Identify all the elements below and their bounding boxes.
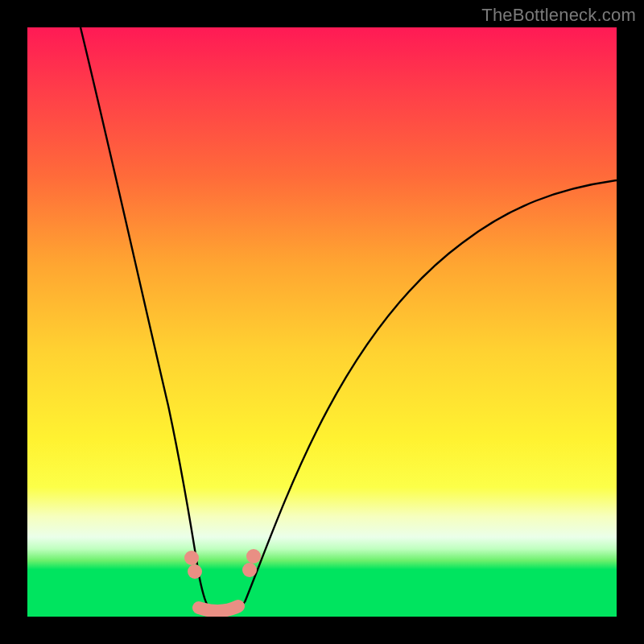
marker-left-lower bbox=[188, 564, 202, 579]
curve-left-branch bbox=[80, 27, 208, 605]
marker-right-lower bbox=[242, 563, 257, 577]
marker-right-upper bbox=[246, 549, 261, 564]
plot-area bbox=[27, 27, 617, 617]
marker-floor-segment bbox=[199, 606, 238, 611]
chart-svg bbox=[27, 27, 617, 617]
chart-frame: TheBottleneck.com bbox=[0, 0, 644, 644]
marker-left-upper bbox=[184, 551, 199, 565]
watermark-text: TheBottleneck.com bbox=[481, 5, 636, 26]
curve-right-branch bbox=[245, 180, 617, 602]
